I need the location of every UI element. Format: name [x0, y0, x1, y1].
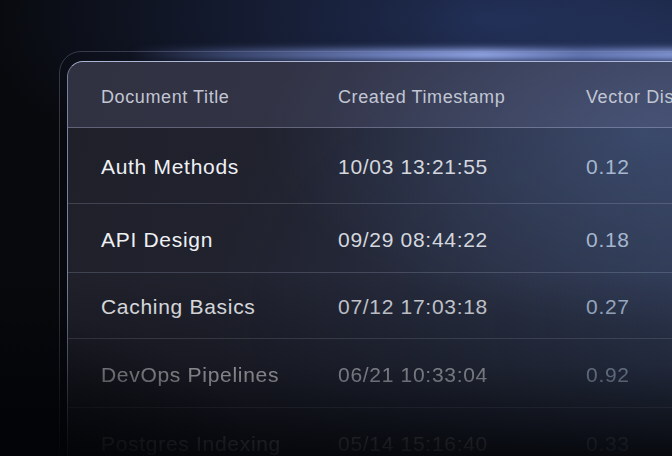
vector-distance-cell: 0.18	[586, 228, 672, 252]
table-row[interactable]: API Design 09/29 08:44:22 0.18	[68, 204, 672, 273]
table-row[interactable]: DevOps Pipelines 06/21 10:33:04 0.92	[68, 339, 672, 408]
created-timestamp-cell: 10/03 13:21:55	[338, 155, 586, 179]
document-title-cell: Caching Basics	[101, 295, 338, 319]
vector-distance-cell: 0.92	[586, 363, 672, 387]
column-header-document-title: Document Title	[101, 87, 338, 108]
hero-background: Document Title Created Timestamp Vector …	[0, 0, 672, 456]
documents-table: Document Title Created Timestamp Vector …	[67, 61, 672, 456]
table-body: Auth Methods 10/03 13:21:55 0.12 API Des…	[68, 128, 672, 456]
created-timestamp-cell: 06/21 10:33:04	[338, 363, 586, 387]
document-title-cell: Auth Methods	[101, 155, 338, 179]
vector-distance-cell: 0.27	[586, 295, 672, 319]
created-timestamp-cell: 09/29 08:44:22	[338, 228, 586, 252]
table-row[interactable]: Caching Basics 07/12 17:03:18 0.27	[68, 273, 672, 339]
created-timestamp-cell: 05/14 15:16:40	[338, 432, 586, 456]
table-row[interactable]: Postgres Indexing 05/14 15:16:40 0.33	[68, 408, 672, 456]
column-header-created-timestamp: Created Timestamp	[338, 87, 586, 108]
document-title-cell: Postgres Indexing	[101, 432, 338, 456]
document-title-cell: API Design	[101, 228, 338, 252]
table-row[interactable]: Auth Methods 10/03 13:21:55 0.12	[68, 128, 672, 204]
created-timestamp-cell: 07/12 17:03:18	[338, 295, 586, 319]
document-title-cell: DevOps Pipelines	[101, 363, 338, 387]
table-header-row: Document Title Created Timestamp Vector …	[68, 62, 672, 128]
vector-distance-cell: 0.12	[586, 155, 672, 179]
column-header-vector-distance: Vector Distance	[586, 87, 672, 108]
vector-distance-cell: 0.33	[586, 432, 672, 456]
